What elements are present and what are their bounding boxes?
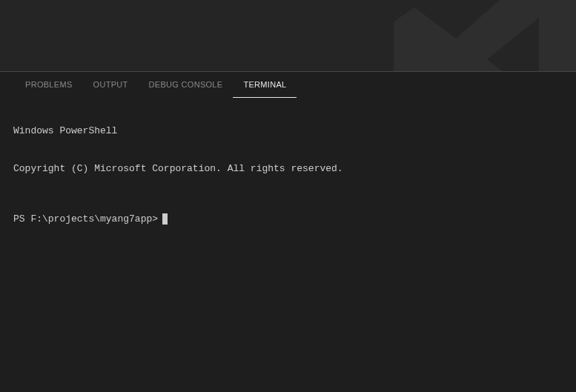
bottom-panel: PROBLEMS OUTPUT DEBUG CONSOLE TERMINAL W… xyxy=(0,72,576,250)
tab-problems[interactable]: PROBLEMS xyxy=(15,72,83,98)
terminal-line: Windows PowerShell xyxy=(13,124,563,137)
terminal-prompt: PS F:\projects\myang7app> xyxy=(13,213,158,225)
vscode-watermark-icon xyxy=(383,0,576,72)
tab-debug-console[interactable]: DEBUG CONSOLE xyxy=(139,72,234,98)
panel-tabs: PROBLEMS OUTPUT DEBUG CONSOLE TERMINAL xyxy=(0,72,576,98)
tab-output[interactable]: OUTPUT xyxy=(83,72,139,98)
tab-terminal[interactable]: TERMINAL xyxy=(233,72,297,98)
editor-area xyxy=(0,0,576,72)
terminal-prompt-row: PS F:\projects\myang7app> xyxy=(13,213,563,225)
terminal-cursor xyxy=(162,213,168,225)
terminal-line: Copyright (C) Microsoft Corporation. All… xyxy=(13,162,563,175)
terminal-output[interactable]: Windows PowerShell Copyright (C) Microso… xyxy=(0,98,576,250)
